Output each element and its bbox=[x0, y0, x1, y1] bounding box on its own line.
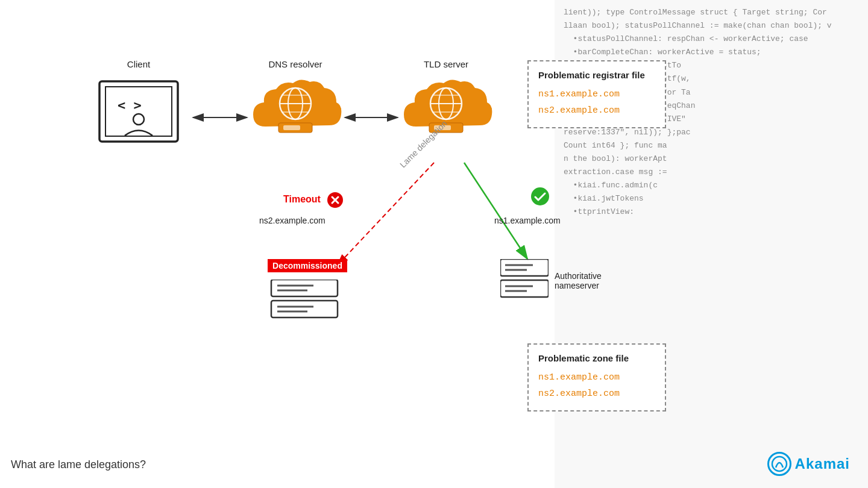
auth-server-icon bbox=[500, 259, 549, 307]
svg-rect-36 bbox=[500, 259, 549, 276]
svg-line-6 bbox=[338, 163, 434, 265]
page-title: What are lame delegations? bbox=[11, 458, 146, 471]
zone-ns1: ns1.example.com bbox=[538, 369, 655, 386]
svg-rect-30 bbox=[271, 280, 338, 296]
decommissioned-server-icon bbox=[259, 280, 350, 328]
svg-point-29 bbox=[531, 187, 549, 205]
check-icon bbox=[530, 187, 550, 206]
svg-rect-39 bbox=[500, 280, 549, 297]
svg-point-42 bbox=[772, 457, 787, 471]
registrar-file-box: Problematic registrar file ns1.example.c… bbox=[527, 60, 666, 128]
zone-title: Problematic zone file bbox=[538, 353, 655, 363]
decommissioned-server: Decommissioned bbox=[259, 259, 356, 328]
timeout-label: Timeout bbox=[283, 192, 344, 208]
akamai-text: Akamai bbox=[795, 455, 850, 472]
ns1-node-label: ns1.example.com bbox=[494, 216, 561, 225]
decommissioned-badge: Decommissioned bbox=[268, 259, 347, 272]
svg-line-7 bbox=[464, 163, 527, 259]
registrar-ns2: ns2.example.com bbox=[538, 102, 655, 119]
authoritative-nameserver-label: Authoritative nameserver bbox=[555, 271, 602, 290]
zone-file-box: Problematic zone file ns1.example.com ns… bbox=[527, 343, 666, 411]
timeout-x-icon bbox=[327, 192, 344, 208]
registrar-ns1: ns1.example.com bbox=[538, 86, 655, 102]
registrar-title: Problematic registrar file bbox=[538, 70, 655, 80]
ns2-node-label: ns2.example.com bbox=[259, 216, 326, 225]
akamai-logo: Akamai bbox=[767, 452, 850, 476]
zone-ns2: ns2.example.com bbox=[538, 386, 655, 402]
akamai-circle-icon bbox=[767, 452, 791, 476]
svg-rect-33 bbox=[271, 301, 338, 318]
